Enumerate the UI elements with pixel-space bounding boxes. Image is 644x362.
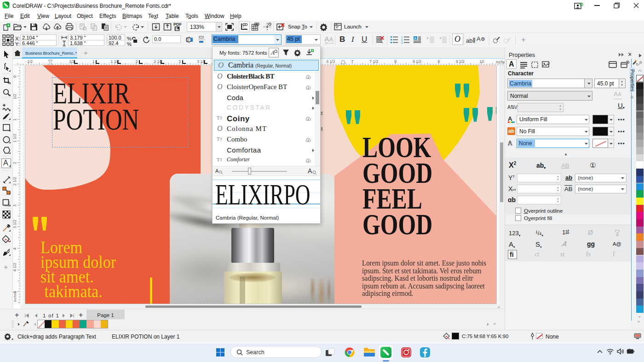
svg-text:A: A (508, 115, 512, 122)
svg-text:A: A (270, 49, 275, 56)
svg-text:A: A (414, 36, 417, 40)
svg-text:3: 3 (401, 41, 403, 44)
svg-text:A: A (508, 140, 512, 147)
svg-text:2: 2 (548, 62, 550, 66)
